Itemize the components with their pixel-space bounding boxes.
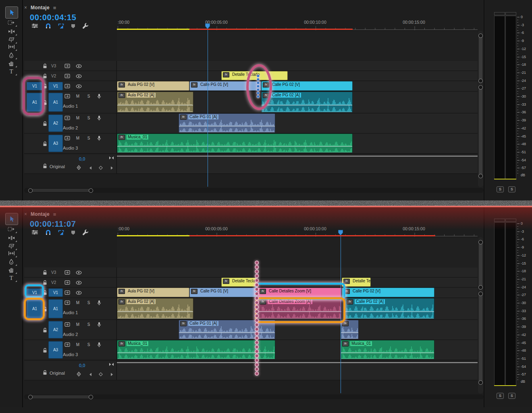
mute-button-a1[interactable]: M (75, 94, 81, 98)
scroll-knob-right[interactable] (89, 188, 93, 193)
selection-tool-icon[interactable] (5, 6, 18, 19)
solo-button-a2[interactable]: S (86, 116, 91, 120)
panel-tab[interactable]: × Montaje ≡ (24, 3, 56, 12)
master-volume-value[interactable]: 0,0 (79, 363, 85, 368)
lock-icon-master[interactable] (43, 163, 47, 169)
vscroll-thumb-audio[interactable] (479, 86, 482, 176)
insert-patch-icon-a3[interactable] (64, 342, 70, 347)
type-tool-icon[interactable]: T (5, 67, 17, 76)
clip-aula-pg-02-a-[interactable]: fxAula PG 02 [A] (117, 298, 193, 319)
clip-detalle-tecl[interactable]: fxDetalle Tecl (342, 277, 371, 287)
clip-calle-detalles-zoom-a-[interactable]: fxCalle Detalles Zoom [A] (258, 298, 342, 319)
track-target-a1[interactable]: A1 (48, 93, 63, 112)
keyframe-icon[interactable] (99, 372, 103, 376)
lock-icon-a3[interactable] (43, 348, 47, 353)
toggle-track-output-icon-v1[interactable] (76, 84, 82, 88)
scroll-knob-left[interactable] (28, 395, 33, 399)
slip-tool-icon[interactable] (5, 42, 17, 51)
hand-tool-icon[interactable] (5, 59, 17, 68)
toggle-track-output-icon-v3[interactable] (76, 271, 82, 275)
track-target-a2[interactable]: A2 (48, 321, 63, 338)
horizontal-scrollbar[interactable] (24, 188, 484, 193)
vertical-scrollbar[interactable] (478, 31, 483, 187)
scrollbar-segment[interactable] (30, 189, 91, 192)
clip-aula-pg-02-v-[interactable]: fxAula PG 02 [V] (117, 288, 189, 297)
mute-button-a2[interactable]: M (75, 322, 81, 327)
vscroll-knob-4[interactable] (478, 380, 483, 385)
solo-button-a1[interactable]: S (86, 300, 91, 305)
sequence-tab-title[interactable]: Montaje (31, 211, 50, 217)
previous-keyframe-icon[interactable] (89, 166, 92, 170)
sequence-tab-title[interactable]: Montaje (31, 5, 50, 10)
ripple-edit-tool-icon[interactable] (5, 27, 17, 36)
lock-icon-v2[interactable] (43, 280, 47, 285)
solo-left-button[interactable]: S (497, 186, 504, 192)
slip-tool-icon[interactable] (5, 249, 17, 258)
toggle-track-output-icon-v3[interactable] (76, 64, 82, 68)
insert-patch-icon-a3[interactable] (64, 136, 70, 140)
clip-calle-pg-02-a-[interactable]: fxCalle PG 02 [A] (261, 92, 353, 113)
mute-button-a2[interactable]: M (75, 116, 81, 120)
timeline-display-settings-icon[interactable] (31, 23, 38, 30)
insert-patch-icon-a2[interactable] (64, 322, 70, 327)
playhead-marker[interactable] (338, 230, 343, 237)
clip-calle-detalles-zoom-v-[interactable]: fxCalle Detalles Zoom [V] (258, 288, 342, 297)
vscroll-thumb-video[interactable] (479, 241, 482, 290)
lock-icon-a3[interactable] (43, 141, 47, 146)
mute-button-a1[interactable]: M (75, 300, 81, 305)
snap-icon[interactable] (45, 229, 51, 237)
solo-button-a3[interactable]: S (86, 342, 91, 347)
pen-tool-icon[interactable] (5, 51, 17, 60)
clip-musica-01[interactable]: fxMusica_01 (117, 340, 275, 359)
add-keyframe-icon[interactable] (77, 165, 81, 170)
mute-button-a3[interactable]: M (75, 342, 81, 347)
clip-calle-pg-01-v-[interactable]: fxCalle PG 01 [V] (189, 81, 261, 91)
clip-detalle-teclado[interactable]: fxDetalle Teclado (221, 277, 257, 287)
track-target-v1[interactable]: V1 (48, 288, 63, 297)
lock-icon-v1[interactable] (43, 83, 47, 89)
panel-menu-icon[interactable]: ≡ (53, 5, 56, 11)
insert-patch-icon-a2[interactable] (64, 116, 70, 120)
lock-icon-a1[interactable] (43, 307, 47, 312)
track-target-a2[interactable]: A2 (48, 115, 63, 132)
solo-right-button[interactable]: S (508, 186, 515, 192)
master-volume-value[interactable]: 0,0 (79, 156, 85, 161)
playhead-line[interactable] (341, 236, 341, 393)
lock-icon-a1[interactable] (43, 100, 47, 105)
clip-calle-pg-01-v-[interactable]: fxCalle PG 01 [V] (189, 288, 257, 297)
scrollbar-segment[interactable] (30, 395, 91, 398)
selection-tool-icon[interactable] (5, 213, 18, 225)
voiceover-record-icon-a3[interactable] (97, 342, 101, 348)
toggle-track-output-icon-v2[interactable] (76, 281, 82, 285)
insert-patch-icon-v2[interactable] (64, 74, 70, 78)
pen-tool-icon[interactable] (5, 257, 17, 266)
lock-icon-v2[interactable] (43, 73, 47, 79)
track-target-v1[interactable]: V1 (48, 82, 63, 90)
track-target-a1[interactable]: A1 (48, 299, 63, 318)
insert-patch-icon-a1[interactable] (64, 94, 70, 98)
ripple-edit-tool-icon[interactable] (5, 234, 17, 242)
lock-icon-a2[interactable] (43, 121, 47, 126)
lock-icon-v3[interactable] (43, 63, 47, 69)
linked-selection-icon[interactable] (58, 229, 64, 237)
vscroll-knob-2[interactable] (478, 79, 483, 83)
clip-calle-pg-01-a-[interactable]: fxCalle PG 01 [A] (179, 113, 275, 133)
source-assign-v1[interactable]: V1 (27, 288, 43, 297)
insert-patch-icon-v3[interactable] (64, 64, 70, 68)
playhead-line[interactable] (208, 30, 208, 187)
lock-icon-master[interactable] (43, 370, 47, 375)
snap-icon[interactable] (45, 23, 51, 30)
source-assign-a1[interactable]: A1 (27, 299, 43, 318)
add-marker-icon[interactable] (71, 229, 75, 237)
insert-patch-icon-v2[interactable] (64, 280, 70, 285)
insert-patch-icon-v1[interactable] (64, 290, 70, 295)
master-volume-line[interactable] (117, 156, 478, 157)
mute-button-a3[interactable]: M (75, 136, 81, 140)
track-select-forward-tool-icon[interactable] (5, 225, 17, 234)
clip-detalle-teclado[interactable]: fxDetalle Teclado (221, 71, 288, 80)
voiceover-record-icon-a1[interactable] (97, 94, 101, 99)
clip-calle-pg-02-a-[interactable]: fxCalle PG 02 [A] (345, 298, 434, 319)
vscroll-knob-2[interactable] (478, 285, 483, 290)
vertical-scrollbar[interactable] (478, 237, 483, 394)
panel-tab[interactable]: × Montaje ≡ (24, 210, 56, 219)
